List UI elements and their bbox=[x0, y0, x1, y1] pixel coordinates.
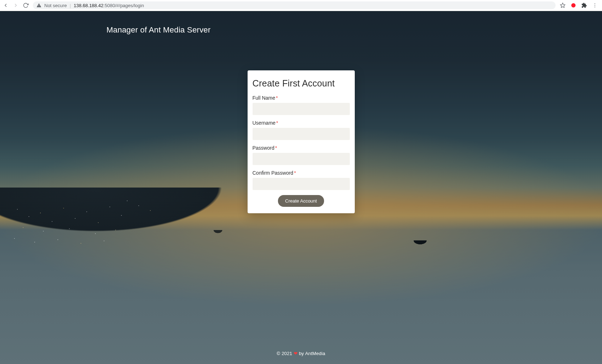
url-path: :5080/#/pages/login bbox=[103, 3, 144, 8]
address-separator: | bbox=[70, 3, 71, 8]
extension-opera-icon[interactable] bbox=[571, 3, 576, 8]
svg-point-3 bbox=[594, 6, 596, 8]
required-mark: * bbox=[276, 95, 278, 101]
username-label: Username* bbox=[253, 120, 350, 126]
footer-by: by AntMedia bbox=[299, 351, 325, 356]
menu-icon[interactable] bbox=[592, 3, 598, 8]
username-input[interactable] bbox=[253, 128, 350, 140]
heart-icon: ❤ bbox=[294, 351, 298, 356]
required-mark: * bbox=[275, 145, 277, 151]
bookmark-star-icon[interactable] bbox=[560, 3, 566, 8]
required-mark: * bbox=[276, 120, 278, 126]
back-icon[interactable] bbox=[3, 3, 9, 8]
svg-marker-0 bbox=[560, 3, 565, 8]
footer: © 2021 ❤ by AntMedia bbox=[0, 351, 602, 356]
security-label: Not secure bbox=[44, 3, 67, 8]
forward-icon[interactable] bbox=[13, 3, 19, 8]
svg-point-1 bbox=[594, 3, 596, 4]
svg-point-2 bbox=[594, 5, 596, 6]
confirm-password-label: Confirm Password* bbox=[253, 170, 350, 176]
required-mark: * bbox=[294, 170, 296, 176]
bg-boat bbox=[409, 240, 431, 247]
address-bar[interactable]: Not secure | 138.68.188.42:5080/#/pages/… bbox=[33, 1, 556, 9]
footer-copyright: © 2021 bbox=[277, 351, 292, 356]
extensions-puzzle-icon[interactable] bbox=[581, 3, 587, 8]
bg-hill bbox=[0, 188, 271, 255]
create-account-card: Create First Account Full Name* Username… bbox=[248, 70, 355, 213]
not-secure-icon bbox=[36, 3, 41, 8]
password-label: Password* bbox=[253, 145, 350, 151]
create-account-button[interactable]: Create Account bbox=[278, 195, 324, 207]
full-name-input[interactable] bbox=[253, 103, 350, 115]
full-name-label: Full Name* bbox=[253, 95, 350, 101]
reload-icon[interactable] bbox=[23, 3, 29, 8]
page-title: Manager of Ant Media Server bbox=[0, 11, 602, 35]
page-background: Manager of Ant Media Server Create First… bbox=[0, 11, 602, 364]
url-host: 138.68.188.42 bbox=[74, 3, 103, 8]
password-input[interactable] bbox=[253, 153, 350, 165]
card-title: Create First Account bbox=[253, 78, 350, 89]
browser-toolbar: Not secure | 138.68.188.42:5080/#/pages/… bbox=[0, 0, 602, 11]
confirm-password-input[interactable] bbox=[253, 178, 350, 190]
